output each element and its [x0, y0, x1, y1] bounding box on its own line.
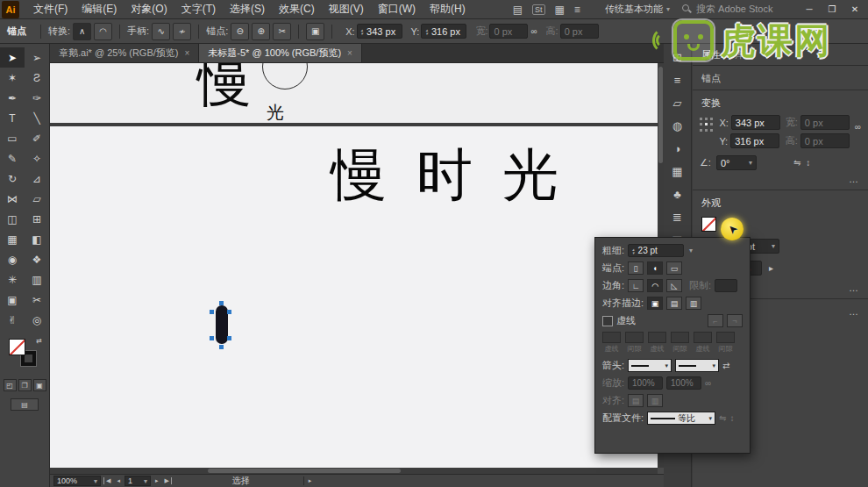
next-artboard-button[interactable]: ▸	[153, 477, 160, 484]
chevron-down-icon[interactable]: ▾	[689, 247, 693, 254]
anchor-handle[interactable]	[227, 310, 231, 314]
cut-path-button[interactable]: ✂	[273, 23, 291, 40]
selected-capsule-shape[interactable]	[216, 305, 228, 344]
fill-color-swatch[interactable]	[9, 339, 25, 355]
rotation-input[interactable]: 0°▾	[716, 155, 757, 170]
arrowhead-end-select[interactable]: ▾	[675, 359, 719, 372]
free-transform-tool[interactable]: ▱	[25, 189, 49, 209]
appearance-panel-icon[interactable]: ◍	[672, 119, 682, 132]
menu-item-5[interactable]: 效果(C)	[272, 0, 322, 18]
direct-selection-tool[interactable]: ➢	[25, 47, 49, 68]
minimize-button[interactable]: ─	[798, 0, 821, 19]
scale-tool[interactable]: ⊿	[25, 168, 49, 189]
arrange-documents-icon[interactable]: ▦	[555, 4, 565, 16]
width-input[interactable]: 0 px	[489, 24, 528, 39]
constrain-proportions-icon[interactable]: ∞	[530, 26, 537, 36]
symbol-sprayer-tool[interactable]: ✳	[0, 269, 25, 290]
swap-fill-stroke-icon[interactable]: ⇄	[36, 337, 42, 345]
rotate-tool[interactable]: ↻	[0, 168, 25, 189]
menu-item-8[interactable]: 帮助(H)	[423, 0, 473, 18]
artboard-tool[interactable]: ▣	[0, 290, 25, 310]
artboard-number-select[interactable]: 1▾	[125, 476, 151, 486]
align-dash-button[interactable]: ¬	[727, 314, 743, 327]
menu-item-2[interactable]: 对象(O)	[124, 0, 174, 18]
gap-input[interactable]	[716, 332, 735, 343]
horizontal-scrollbar[interactable]	[50, 468, 658, 474]
draw-normal-button[interactable]: ◰	[4, 379, 17, 391]
miter-join-button[interactable]: ∟	[628, 279, 644, 292]
transform-more-options[interactable]: …	[849, 174, 859, 184]
show-handles-button[interactable]: ∿	[152, 23, 170, 40]
type-tool[interactable]: T	[0, 108, 25, 128]
width-input[interactable]: 0 px	[800, 115, 850, 130]
selection-tool[interactable]: ➤	[0, 47, 25, 68]
draw-behind-button[interactable]: ❐	[18, 379, 32, 391]
adobe-stock-icon[interactable]: St	[532, 4, 545, 15]
previous-artboard-button[interactable]: ◂	[115, 477, 122, 484]
curvature-tool[interactable]: ✑	[25, 88, 49, 108]
gap-input[interactable]	[625, 332, 644, 343]
eyedropper-tool[interactable]: ◉	[0, 249, 25, 269]
dashed-line-checkbox[interactable]	[602, 316, 613, 326]
transform-panel-icon[interactable]: ▱	[673, 97, 682, 110]
link-scale-icon[interactable]: ∞	[705, 378, 711, 388]
libraries-panel-icon[interactable]: ⊞	[672, 51, 682, 64]
scroll-thumb[interactable]	[208, 469, 401, 473]
line-tool[interactable]: ╲	[25, 108, 49, 128]
dash-input[interactable]	[602, 332, 621, 343]
bevel-join-button[interactable]: ◺	[666, 279, 682, 292]
fill-none-swatch[interactable]	[701, 217, 716, 232]
anchor-handle[interactable]	[219, 345, 224, 349]
opacity-options-icon[interactable]: ▸	[769, 263, 773, 273]
canvas[interactable]: 慢 光 慢时光	[50, 63, 658, 468]
miter-limit-input[interactable]	[715, 279, 737, 292]
menu-item-1[interactable]: 编辑(E)	[75, 0, 124, 18]
swatches-panel-icon[interactable]: ▦	[672, 165, 682, 178]
document-tab-1[interactable]: 章鹅.ai* @ 25% (RGB/预览) ×	[50, 44, 199, 62]
shaper-tool[interactable]: ✧	[25, 148, 49, 168]
projecting-cap-button[interactable]: ▭	[666, 261, 682, 275]
gradient-tool[interactable]: ◧	[25, 229, 49, 249]
menu-item-4[interactable]: 选择(S)	[223, 0, 272, 18]
reference-point-selector[interactable]	[700, 118, 714, 132]
menu-icon[interactable]: ≡	[574, 4, 580, 16]
slice-tool[interactable]: ✂	[25, 290, 49, 310]
arrowhead-start-select[interactable]: ▾	[628, 359, 672, 372]
preserve-dash-button[interactable]: ⌐	[708, 314, 723, 327]
mesh-tool[interactable]: ▦	[0, 229, 25, 249]
dash-input[interactable]	[694, 332, 712, 343]
height-input[interactable]: 0 px	[560, 24, 599, 39]
stock-search-input[interactable]: 搜索 Adobe Stock	[682, 3, 786, 16]
fill-stroke-swatches[interactable]: ⇄	[7, 337, 42, 369]
convert-to-smooth-button[interactable]: ◠	[94, 23, 112, 40]
y-input[interactable]: 316 px	[730, 133, 779, 148]
document-tab-2[interactable]: 未标题-5* @ 100% (RGB/预览) ×	[199, 44, 362, 62]
scroll-thumb[interactable]	[658, 67, 663, 163]
align-stroke-outside-button[interactable]: ▥	[686, 297, 701, 310]
width-tool[interactable]: ⋈	[0, 189, 25, 209]
hand-tool[interactable]: ✌	[0, 310, 25, 330]
anchor-handle[interactable]	[210, 336, 214, 340]
shape-builder-tool[interactable]: ◫	[0, 209, 25, 229]
app-logo[interactable]: Ai	[2, 1, 19, 18]
convert-to-corner-button[interactable]: ∧	[73, 23, 91, 40]
close-button[interactable]: ✕	[843, 0, 866, 19]
close-icon[interactable]: ×	[184, 48, 189, 58]
lasso-tool[interactable]: Ƨ	[25, 68, 49, 88]
flip-across-icon[interactable]: ↕	[729, 413, 734, 423]
appearance-more-options[interactable]: …	[849, 283, 859, 293]
tab-properties[interactable]: 属性	[701, 48, 721, 61]
stroke-panel-icon[interactable]: ≣	[672, 211, 682, 224]
menu-item-7[interactable]: 窗口(W)	[371, 0, 423, 18]
pencil-tool[interactable]: ✎	[0, 148, 25, 168]
zoom-tool[interactable]: ◎	[25, 310, 49, 330]
magic-wand-tool[interactable]: ✶	[0, 68, 25, 88]
remove-anchor-button[interactable]: ⊖	[231, 23, 249, 40]
tab-libraries[interactable]: 库	[735, 48, 744, 61]
round-cap-button[interactable]: ◖	[647, 261, 663, 275]
draw-inside-button[interactable]: ▣	[33, 379, 46, 391]
isolate-button[interactable]: ▣	[306, 23, 324, 40]
butt-cap-button[interactable]: ▯	[628, 261, 644, 275]
workspace-switcher[interactable]: 传统基本功能 ▾	[605, 3, 670, 16]
flip-along-icon[interactable]: ⇋	[719, 413, 726, 423]
